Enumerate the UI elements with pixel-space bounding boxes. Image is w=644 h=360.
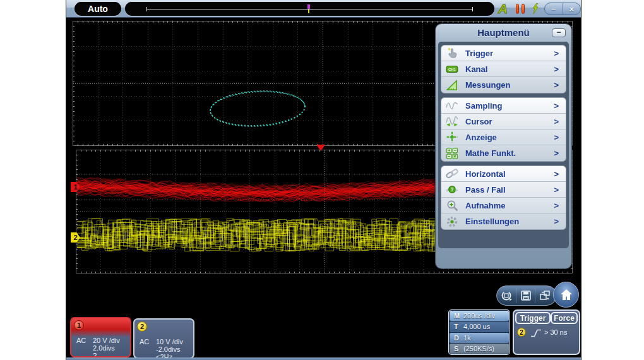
scope-display: 1 2 Hauptmenü − Trigger > CH1 Kanal — [66, 18, 581, 357]
main-menu-title: Hauptmenü — [436, 27, 571, 38]
channel1-coupling: AC — [76, 337, 86, 344]
chevron-right-icon: > — [554, 169, 559, 179]
slider-right-end-tick — [472, 7, 473, 11]
menu-item-label: Sampling — [465, 101, 503, 111]
channel2-badge: 2 — [137, 321, 147, 332]
timebase-key: T — [450, 323, 463, 330]
channel2-position: -2.0divs — [156, 345, 183, 353]
timebase-row-m[interactable]: M 200us /div — [450, 311, 509, 321]
channel2-info-box[interactable]: 2 AC 10 V /div -2.0divs <2Hz — [133, 318, 194, 357]
menu-item-aufnahme[interactable]: Aufnahme > — [441, 198, 566, 213]
menu-item-label: Cursor — [465, 117, 492, 126]
chann2-frequency: <2Hz — [156, 353, 183, 357]
menu-item-cursor[interactable]: Cursor > — [441, 114, 566, 129]
rising-edge-icon — [530, 328, 542, 340]
channel1-badge: 1 — [74, 320, 84, 330]
menu-item-sampling[interactable]: Sampling > — [441, 98, 566, 114]
menu-item-mathe-funkt[interactable]: Mathe Funkt. > — [441, 145, 566, 161]
trigger-hand-icon — [446, 47, 458, 59]
force-button[interactable]: Force — [551, 312, 578, 324]
chevron-right-icon: > — [554, 148, 559, 158]
pause-icon[interactable] — [516, 4, 527, 14]
acquisition-status-icon: A — [498, 1, 508, 16]
main-menu-panel: Hauptmenü − Trigger > CH1 Kanal > — [436, 24, 571, 268]
ruler-icon — [446, 79, 458, 92]
svg-text:?: ? — [450, 186, 453, 193]
trigger-position-marker[interactable] — [316, 145, 325, 151]
menu-group-trigger: Trigger > CH1 Kanal > Messungen > — [441, 45, 566, 93]
channel1-info-box[interactable]: 1 AC 20 V /div 2.0divs ? — [70, 317, 131, 357]
menu-item-anzeige[interactable]: Anzeige > — [441, 129, 566, 145]
chevron-right-icon: > — [554, 49, 559, 58]
chevron-right-icon: > — [554, 217, 559, 226]
menu-group-system: Horizontal > P?F Pass / Fail > Aufnahme … — [441, 165, 566, 230]
menu-item-label: Messungen — [465, 80, 511, 90]
timebase-row-d[interactable]: D 1k — [450, 333, 509, 343]
save-icon[interactable] — [516, 288, 535, 303]
chevron-right-icon: > — [554, 101, 559, 111]
auto-mode-button[interactable]: Auto — [75, 2, 121, 16]
menu-item-horizontal[interactable]: Horizontal > — [441, 166, 566, 182]
window-controls: − × — [544, 3, 581, 15]
channel2-volts-per-div: 10 V /div — [156, 338, 183, 345]
minimize-button[interactable]: − — [545, 3, 563, 15]
lightning-icon[interactable] — [532, 3, 539, 17]
menu-collapse-button[interactable]: − — [552, 28, 566, 37]
timebase-value: 200us /div — [463, 312, 495, 320]
page-background: Auto A − × 1 2 Hauptmenü − — [0, 0, 644, 360]
menu-item-label: Kanal — [465, 64, 487, 74]
channel1-volts-per-div: 20 V /div — [93, 337, 120, 344]
timebase-key: S — [450, 345, 463, 352]
timebase-row-s[interactable]: S (250KS/s) — [450, 344, 509, 354]
channel2-coupling: AC — [140, 338, 149, 345]
menu-item-label: Anzeige — [465, 133, 497, 142]
menu-item-label: Aufnahme — [465, 201, 506, 210]
menu-item-label: Einstellungen — [465, 217, 519, 226]
close-button[interactable]: × — [563, 3, 581, 15]
cursor-icon — [446, 115, 458, 128]
slider-trigger-tick — [308, 9, 309, 13]
slider-position-marker[interactable] — [307, 4, 310, 9]
home-icon — [559, 287, 574, 303]
main-menu-header: Hauptmenü − — [436, 24, 571, 42]
quick-toolbar — [496, 285, 557, 306]
sampling-wave-icon — [446, 99, 458, 112]
chevron-right-icon: > — [554, 201, 559, 210]
timebase-value: 4,000 us — [463, 323, 490, 330]
horizontal-position-slider[interactable] — [125, 2, 494, 16]
oscilloscope-window: Auto A − × 1 2 Hauptmenü − — [66, 0, 581, 360]
passfail-icon: P?F — [446, 183, 458, 196]
channel1-frequency: ? — [93, 352, 120, 357]
chevron-right-icon: > — [554, 80, 559, 90]
titlebar: Auto A − × — [66, 0, 581, 18]
menu-item-label: Trigger — [465, 49, 493, 58]
slider-track — [146, 9, 473, 9]
timebase-row-t[interactable]: T 4,000 us — [450, 321, 509, 332]
menu-item-kanal[interactable]: CH1 Kanal > — [441, 61, 566, 77]
menu-item-label: Horizontal — [465, 169, 506, 179]
menu-item-label: Mathe Funkt. — [465, 148, 516, 158]
copy-screen-icon[interactable] — [535, 288, 554, 303]
menu-item-messungen[interactable]: Messungen > — [441, 77, 566, 93]
timebase-panel[interactable]: M 200us /div T 4,000 us D 1k S (250KS/s) — [448, 309, 510, 355]
menu-item-label: Pass / Fail — [465, 185, 506, 195]
timebase-value: 1k — [463, 334, 471, 342]
trigger-condition: > 30 ns — [544, 328, 567, 336]
menu-item-pass-fail[interactable]: P?F Pass / Fail > — [441, 182, 566, 198]
timebase-key: D — [450, 334, 463, 342]
auto-mode-label: Auto — [88, 4, 108, 14]
menu-item-trigger[interactable]: Trigger > — [441, 45, 566, 61]
link-icon — [446, 167, 458, 180]
export-refresh-button[interactable] — [497, 288, 516, 303]
chevron-right-icon: > — [554, 64, 559, 74]
home-button[interactable] — [553, 282, 579, 308]
trigger-button[interactable]: Trigger — [515, 312, 551, 324]
main-menu-body: Trigger > CH1 Kanal > Messungen > — [438, 42, 569, 248]
timebase-key: M — [450, 312, 463, 320]
chevron-right-icon: > — [554, 133, 559, 142]
svg-text:F: F — [455, 188, 458, 193]
menu-group-display: Sampling > Cursor > Anzeige > — [441, 97, 566, 162]
menu-item-einstellungen[interactable]: Einstellungen > — [441, 213, 566, 229]
channel-badge-icon: CH1 — [446, 63, 458, 75]
svg-text:CH1: CH1 — [448, 68, 456, 71]
